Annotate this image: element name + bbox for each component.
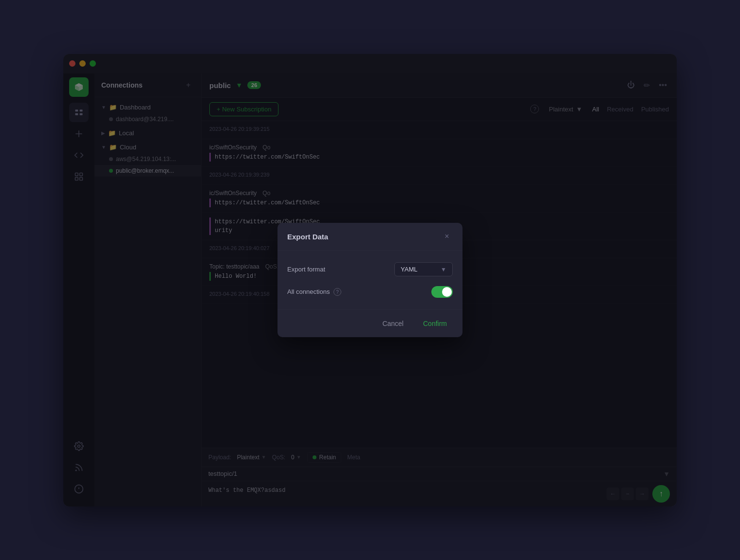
export-format-value: YAML (401, 266, 417, 273)
export-format-field: Export format YAML ▼ (287, 262, 453, 276)
export-format-select[interactable]: YAML ▼ (394, 262, 453, 276)
all-connections-help-icon: ? (333, 288, 341, 296)
export-format-label: Export format (287, 266, 325, 273)
all-connections-field: All connections ? (287, 286, 453, 298)
modal-title: Export Data (287, 233, 328, 241)
modal-header: Export Data × (278, 223, 462, 251)
modal-body: Export format YAML ▼ All connections ? (278, 251, 462, 309)
modal-footer: Cancel Confirm (278, 309, 462, 337)
toggle-knob (442, 287, 452, 297)
all-connections-toggle[interactable] (431, 286, 453, 298)
export-format-arrow: ▼ (441, 266, 446, 273)
all-connections-label: All connections ? (287, 288, 341, 296)
export-data-modal: Export Data × Export format YAML ▼ All c… (278, 223, 462, 337)
app-window: Connections + ▼ 📁 Dashboard dashboard@34… (63, 54, 677, 506)
all-connections-toggle-container (431, 286, 453, 298)
confirm-button[interactable]: Confirm (417, 317, 453, 330)
modal-overlay[interactable]: Export Data × Export format YAML ▼ All c… (63, 54, 677, 506)
cancel-button[interactable]: Cancel (376, 317, 409, 330)
modal-close-button[interactable]: × (441, 231, 453, 242)
